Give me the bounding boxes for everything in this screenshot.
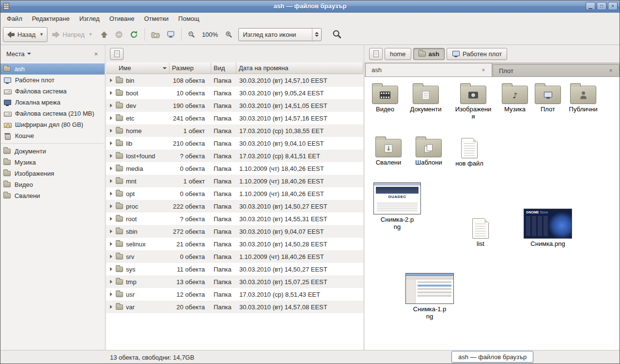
table-row[interactable]: usr12 обектаПапка17.03.2010 (ср) 8,51,43… bbox=[106, 288, 363, 301]
expander-icon[interactable] bbox=[110, 167, 112, 170]
path-button-desktop[interactable]: Работен плот bbox=[447, 48, 507, 60]
path-button-ash[interactable]: ash bbox=[413, 48, 445, 60]
up-button[interactable] bbox=[97, 27, 111, 42]
table-row[interactable]: boot10 обектаПапка30.03.2010 (вт) 9,05,2… bbox=[106, 87, 363, 99]
spinner-arrows-icon[interactable] bbox=[312, 29, 321, 41]
sidebar-item-documents[interactable]: Документи bbox=[0, 146, 105, 157]
path-button-home[interactable]: home bbox=[385, 48, 411, 60]
table-row[interactable]: mnt1 обектПапка1.10.2009 (чт) 18,40,26 E… bbox=[106, 175, 363, 187]
icon-snimka[interactable]: GNOME Store Снимка.png bbox=[523, 209, 573, 248]
icon-view[interactable]: Видео Документи Изображения Музика Плот … bbox=[365, 77, 620, 350]
expander-icon[interactable] bbox=[110, 204, 112, 208]
search-button[interactable] bbox=[329, 27, 345, 42]
menu-go[interactable]: Отиване bbox=[105, 14, 140, 24]
stop-button[interactable] bbox=[112, 27, 126, 42]
taskbar-window-button[interactable]: ash — файлов браузър bbox=[451, 351, 533, 363]
expander-icon[interactable] bbox=[110, 305, 112, 309]
expander-icon[interactable] bbox=[110, 267, 112, 271]
icon-new-file[interactable]: нов файл bbox=[449, 136, 490, 167]
close-button[interactable]: × bbox=[608, 2, 618, 10]
expander-icon[interactable] bbox=[110, 116, 112, 120]
expander-icon[interactable] bbox=[110, 154, 112, 158]
expander-icon[interactable] bbox=[110, 192, 112, 196]
expander-icon[interactable] bbox=[110, 242, 112, 246]
column-header-type[interactable]: Вид bbox=[211, 62, 236, 74]
sidebar-item-trash[interactable]: Кошче bbox=[0, 130, 105, 141]
tab-close-icon[interactable]: × bbox=[480, 66, 487, 74]
zoom-in-button[interactable] bbox=[222, 27, 235, 42]
back-button[interactable]: Назад ▼ bbox=[3, 27, 47, 42]
expander-icon[interactable] bbox=[110, 104, 112, 107]
table-row[interactable]: media0 обектаПапка1.10.2009 (чт) 18,40,2… bbox=[106, 162, 363, 175]
expander-icon[interactable] bbox=[110, 292, 112, 296]
back-dropdown-icon[interactable]: ▼ bbox=[38, 32, 44, 37]
menu-file[interactable]: Файл bbox=[2, 14, 27, 24]
tab-ash[interactable]: ash × bbox=[365, 63, 492, 76]
icon-snimka-2[interactable]: GUADEC Снимка-2.png bbox=[372, 182, 422, 231]
root-crumb-button[interactable] bbox=[369, 48, 383, 60]
zoom-out-button[interactable] bbox=[185, 27, 198, 42]
table-row[interactable]: srv0 обектаПапка1.10.2009 (чт) 18,40,26 … bbox=[106, 250, 363, 263]
expander-icon[interactable] bbox=[110, 255, 112, 258]
menu-help[interactable]: Помощ bbox=[173, 14, 204, 24]
forward-button[interactable]: Напред ▼ bbox=[48, 27, 96, 42]
table-row[interactable]: proc222 обектаПапка30.03.2010 (вт) 14,50… bbox=[106, 200, 363, 212]
table-row[interactable]: lib210 обектаПапка30.03.2010 (вт) 9,04,1… bbox=[106, 137, 363, 150]
zoom-level-button[interactable]: 100% bbox=[199, 31, 221, 38]
table-row[interactable]: home1 обектПапка17.03.2010 (ср) 10,38,55… bbox=[106, 124, 363, 137]
places-selector[interactable]: Места bbox=[4, 49, 33, 59]
table-row[interactable]: sbin272 обектаПапка30.03.2010 (вт) 9,04,… bbox=[106, 225, 363, 238]
tab-close-icon[interactable]: × bbox=[607, 67, 615, 75]
places-close-button[interactable]: × bbox=[92, 49, 100, 59]
icon-templates[interactable]: Шаблони bbox=[408, 136, 449, 167]
icon-downloads[interactable]: Свалени bbox=[368, 136, 409, 167]
expander-icon[interactable] bbox=[110, 179, 112, 183]
icon-desktop-folder[interactable]: Плот bbox=[527, 83, 568, 113]
table-row[interactable]: etc241 обектаПапка30.03.2010 (вт) 14,57,… bbox=[106, 112, 363, 124]
icon-video[interactable]: Видео bbox=[365, 83, 405, 113]
expander-icon[interactable] bbox=[110, 217, 112, 221]
sidebar-item-filesystem[interactable]: Файлова система bbox=[0, 86, 105, 97]
expander-icon[interactable] bbox=[110, 280, 112, 284]
table-row[interactable]: tmp13 обектаПапка30.03.2010 (вт) 15,07,2… bbox=[106, 275, 363, 288]
expander-icon[interactable] bbox=[110, 129, 112, 133]
expander-icon[interactable] bbox=[110, 78, 112, 82]
forward-dropdown-icon[interactable]: ▼ bbox=[87, 32, 93, 37]
root-crumb-button[interactable] bbox=[110, 48, 124, 60]
sidebar-item-encrypted[interactable]: Шифриран дял (80 GB) bbox=[0, 119, 105, 130]
icon-images[interactable]: Изображения bbox=[453, 83, 494, 121]
titlebar[interactable]: ash — файлов браузър ▁ □ × bbox=[0, 0, 620, 13]
table-row[interactable]: dev190 обектаПапка30.03.2010 (вт) 14,51,… bbox=[106, 99, 363, 112]
expander-icon[interactable] bbox=[110, 91, 112, 95]
sidebar-item-downloads[interactable]: Свалени bbox=[0, 190, 105, 201]
icon-snimka-1[interactable]: Снимка-1.png bbox=[404, 273, 455, 320]
sidebar-item-filesystem-210mb[interactable]: Файлова система (210 MB) bbox=[0, 108, 105, 119]
table-row[interactable]: opt0 обектаПапка1.10.2009 (чт) 18,40,26 … bbox=[106, 187, 363, 200]
view-mode-select[interactable]: Изглед като икони bbox=[238, 28, 322, 41]
sidebar-item-images[interactable]: Изображения bbox=[0, 168, 105, 179]
column-header-name[interactable]: Име bbox=[106, 62, 170, 74]
menu-bookmarks[interactable]: Отметки bbox=[139, 14, 173, 24]
icon-public[interactable]: Публични bbox=[563, 83, 604, 113]
reload-button[interactable] bbox=[127, 27, 141, 42]
sidebar-item-music[interactable]: Музика bbox=[0, 157, 105, 168]
menu-edit[interactable]: Редактиране bbox=[27, 14, 75, 24]
sidebar-item-ash[interactable]: ash bbox=[0, 63, 105, 75]
table-row[interactable]: var20 обектаПапка30.03.2010 (вт) 14,57,0… bbox=[106, 301, 363, 313]
icon-documents[interactable]: Документи bbox=[405, 83, 446, 113]
table-row[interactable]: sys11 обектаПапка30.03.2010 (вт) 14,50,2… bbox=[106, 263, 363, 275]
table-row[interactable]: lost+found? обектаПапка17.03.2010 (ср) 8… bbox=[106, 150, 363, 162]
menu-view[interactable]: Изглед bbox=[75, 14, 105, 24]
column-header-size[interactable]: Размер bbox=[170, 62, 211, 74]
sidebar-item-desktop[interactable]: Работен плот bbox=[0, 75, 105, 86]
icon-list-file[interactable]: list bbox=[460, 216, 501, 248]
maximize-button[interactable]: □ bbox=[597, 2, 606, 10]
expander-icon[interactable] bbox=[110, 141, 112, 145]
computer-button[interactable] bbox=[164, 27, 178, 42]
tab-plot[interactable]: Плот × bbox=[493, 64, 620, 76]
table-row[interactable]: root? обектаПапка30.03.2010 (вт) 14,55,3… bbox=[106, 212, 363, 225]
sidebar-item-video[interactable]: Видео bbox=[0, 179, 105, 190]
table-row[interactable]: selinux21 обектаПапка30.03.2010 (вт) 14,… bbox=[106, 238, 363, 250]
table-row[interactable]: bin108 обектаПапка30.03.2010 (вт) 14,57,… bbox=[106, 74, 363, 87]
sidebar-item-network[interactable]: Локална мрежа bbox=[0, 97, 105, 108]
